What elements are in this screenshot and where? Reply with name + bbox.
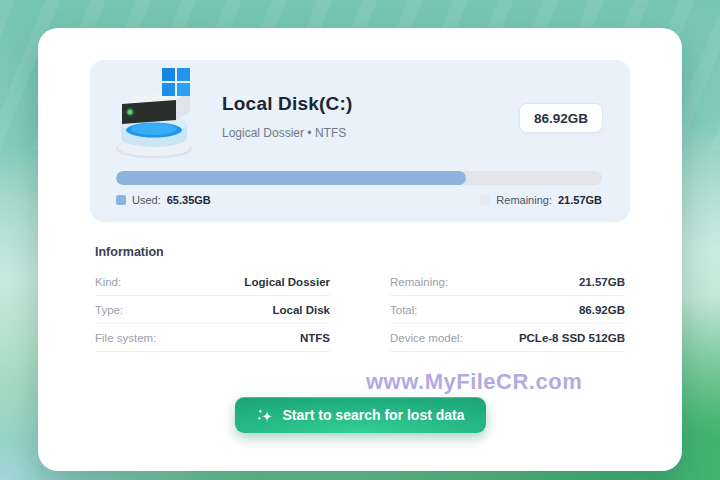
info-value: Local Disk [272,304,330,316]
info-label: File system: [95,332,156,344]
information-col-right: Remaining: 21.57GB Total: 86.92GB Device… [390,268,625,352]
info-row-device-model: Device model: PCLe-8 SSD 512GB [390,324,625,352]
remaining-legend-item: Remaining: 21.57GB [480,194,602,206]
info-row-type: Type: Local Disk [95,296,330,324]
info-value: Logical Dossier [244,276,330,288]
used-value: 65.35GB [167,194,211,206]
info-row-kind: Kind: Logical Dossier [95,268,330,296]
disk-card[interactable]: Local Disk(C:) Logical Dossier • NTFS 86… [90,60,630,222]
disk-title: Local Disk(C:) [222,93,353,115]
info-label: Kind: [95,276,121,288]
information-col-left: Kind: Logical Dossier Type: Local Disk F… [95,268,330,352]
usage-legend: Used: 65.35GB Remaining: 21.57GB [116,192,602,208]
disk-size-badge: 86.92GB [519,103,603,133]
used-legend-item: Used: 65.35GB [116,194,211,206]
progress-fill [116,171,466,185]
disk-subtitle: Logical Dossier • NTFS [222,126,346,140]
info-label: Device model: [390,332,463,344]
used-swatch [116,195,126,205]
information-grid: Kind: Logical Dossier Type: Local Disk F… [95,268,625,352]
disk-3d-icon [108,66,204,162]
sparkle-icon [256,407,273,424]
info-row-total: Total: 86.92GB [390,296,625,324]
info-value: 86.92GB [579,304,625,316]
info-label: Total: [390,304,418,316]
remaining-value: 21.57GB [558,194,602,206]
info-value: NTFS [300,332,330,344]
main-panel: Local Disk(C:) Logical Dossier • NTFS 86… [38,28,682,471]
info-row-remaining: Remaining: 21.57GB [390,268,625,296]
remaining-label: Remaining: [496,194,552,206]
used-label: Used: [132,194,161,206]
app-window: Local Disk(C:) Logical Dossier • NTFS 86… [0,0,720,480]
info-value: 21.57GB [579,276,625,288]
information-heading: Information [95,245,164,259]
info-label: Type: [95,304,123,316]
info-value: PCLe-8 SSD 512GB [519,332,625,344]
usage-progress-bar [116,171,602,185]
remaining-swatch [480,195,490,205]
start-search-button[interactable]: Start to search for lost data [235,397,486,433]
info-label: Remaining: [390,276,448,288]
start-search-label: Start to search for lost data [282,407,464,423]
windows-logo-icon [162,68,190,96]
info-row-filesystem: File system: NTFS [95,324,330,352]
